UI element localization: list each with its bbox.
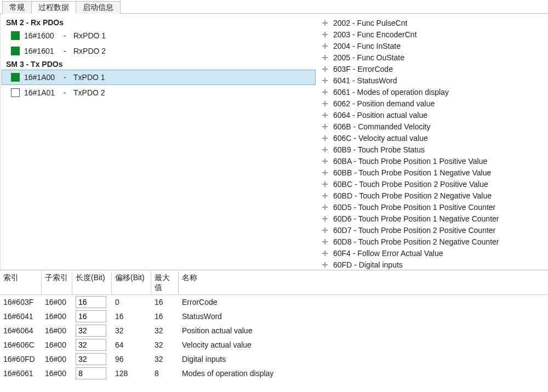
expand-icon[interactable] — [322, 78, 328, 83]
object-row[interactable]: 60D8 - Touch Probe Position 2 Negative C… — [317, 236, 548, 247]
object-label: 2004 - Func InState — [333, 42, 401, 50]
expand-icon[interactable] — [322, 135, 328, 141]
object-label: 60D5 - Touch Probe Position 1 Positive C… — [333, 203, 495, 212]
table-row[interactable]: 16#60FD16#009632Digital inputs — [0, 352, 548, 366]
cell-name: Velocity actual value — [179, 340, 548, 350]
expand-icon[interactable] — [322, 204, 328, 210]
expand-icon[interactable] — [322, 216, 328, 221]
expand-icon[interactable] — [322, 101, 328, 106]
expand-icon[interactable] — [322, 239, 328, 245]
tab-1[interactable]: 过程数据 — [31, 1, 76, 14]
col-header-index[interactable]: 索引 — [0, 271, 42, 294]
col-header-name[interactable]: 名称 — [179, 271, 548, 294]
cell-offset: 32 — [112, 326, 151, 336]
length-input[interactable] — [76, 296, 106, 308]
cell-subindex: 16#00 — [42, 354, 72, 364]
expand-icon[interactable] — [322, 170, 328, 175]
expand-icon[interactable] — [322, 32, 328, 37]
pdo-checkbox-icon[interactable] — [11, 47, 20, 55]
cell-length — [72, 367, 112, 380]
expand-icon[interactable] — [322, 158, 328, 164]
cell-offset: 64 — [112, 340, 151, 350]
object-label: 60D7 - Touch Probe Position 2 Positive C… — [333, 226, 495, 235]
col-header-length[interactable]: 长度(Bit) — [72, 271, 112, 294]
pdo-checkbox-icon[interactable] — [11, 31, 20, 40]
table-row[interactable]: 16#606C16#006432Velocity actual value — [0, 338, 548, 352]
pdo-index: 16#1601 — [24, 47, 64, 55]
length-input[interactable] — [76, 339, 106, 351]
expand-icon[interactable] — [322, 66, 328, 72]
object-row[interactable]: 60BC - Touch Probe Position 2 Positive V… — [317, 178, 548, 190]
object-row[interactable]: 606C - Velocity actual value — [317, 132, 548, 144]
tab-0[interactable]: 常规 — [2, 1, 32, 14]
object-label: 60BD - Touch Probe Position 2 Negative V… — [333, 191, 492, 200]
object-row[interactable]: 60BD - Touch Probe Position 2 Negative V… — [317, 190, 548, 201]
table-row[interactable]: 16#604116#001616StatusWord — [0, 309, 548, 323]
length-input[interactable] — [76, 310, 106, 322]
pdo-name: RxPDO 1 — [73, 31, 106, 40]
pdo-checkbox-icon[interactable] — [11, 88, 20, 97]
length-input[interactable] — [76, 353, 106, 365]
cell-length — [72, 296, 112, 309]
object-label: 60B9 - Touch Probe Status — [333, 145, 425, 154]
pdo-row[interactable]: 16#1601-RxPDO 2 — [1, 43, 317, 59]
object-row[interactable]: 60D7 - Touch Probe Position 2 Positive C… — [317, 224, 548, 236]
object-row[interactable]: 60FD - Digital inputs — [317, 259, 548, 270]
object-row[interactable]: 2005 - Func OuState — [317, 52, 548, 63]
expand-icon[interactable] — [322, 147, 328, 152]
cell-max: 32 — [151, 340, 179, 350]
cell-max: 16 — [151, 297, 179, 307]
expand-icon[interactable] — [322, 181, 328, 187]
expand-icon[interactable] — [322, 193, 328, 198]
object-row[interactable]: 6062 - Position demand value — [317, 98, 548, 109]
object-row[interactable]: 6064 - Position actual value — [317, 109, 548, 121]
cell-max: 8 — [151, 368, 179, 378]
length-input[interactable] — [76, 325, 106, 337]
object-row[interactable]: 2004 - Func InState — [317, 40, 548, 52]
expand-icon[interactable] — [322, 55, 328, 60]
expand-icon[interactable] — [322, 112, 328, 118]
cell-subindex: 16#00 — [42, 340, 72, 350]
table-row[interactable]: 16#606416#003232Position actual value — [0, 323, 548, 338]
object-row[interactable]: 60D6 - Touch Probe Position 1 Negative C… — [317, 213, 548, 224]
separator: - — [64, 31, 73, 40]
pdo-row[interactable]: 16#1600-RxPDO 1 — [1, 28, 317, 43]
expand-icon[interactable] — [322, 124, 328, 129]
expand-icon[interactable] — [322, 262, 328, 268]
expand-icon[interactable] — [322, 20, 328, 26]
col-header-offset[interactable]: 偏移(Bit) — [112, 271, 151, 294]
expand-icon[interactable] — [322, 43, 328, 49]
object-label: 60BB - Touch Probe Position 1 Negative V… — [333, 168, 491, 177]
col-header-max[interactable]: 最大值 — [151, 271, 179, 294]
expand-icon[interactable] — [322, 89, 328, 95]
object-row[interactable]: 60BA - Touch Probe Position 1 Positive V… — [317, 155, 548, 167]
object-row[interactable]: 6041 - StatusWord — [317, 75, 548, 86]
object-row[interactable]: 2003 - Func EncoderCnt — [317, 29, 548, 40]
object-row[interactable]: 60D5 - Touch Probe Position 1 Positive C… — [317, 201, 548, 213]
object-row[interactable]: 6061 - Modes of operation display — [317, 86, 548, 98]
object-row[interactable]: 606B - Commanded Velocity — [317, 121, 548, 132]
object-row[interactable]: 60F4 - Follow Error Actual Value — [317, 247, 548, 259]
pdo-checkbox-icon[interactable] — [11, 73, 20, 82]
object-row[interactable]: 2002 - Func PulseCnt — [317, 17, 548, 29]
cell-subindex: 16#00 — [42, 311, 72, 321]
col-header-subindex[interactable]: 子索引 — [42, 271, 72, 294]
cell-subindex: 16#00 — [42, 368, 72, 378]
pdo-row[interactable]: 16#1A00-TxPDO 1 — [2, 70, 316, 85]
table-row[interactable]: 16#603F16#00016ErrorCode — [0, 295, 548, 309]
cell-name: ErrorCode — [179, 297, 548, 307]
cell-max: 16 — [151, 311, 179, 321]
object-row[interactable]: 603F - ErrorCode — [317, 63, 548, 75]
cell-offset: 16 — [112, 311, 151, 321]
expand-icon[interactable] — [322, 251, 328, 256]
pdo-index: 16#1A01 — [24, 88, 64, 97]
cell-length — [72, 324, 112, 337]
object-row[interactable]: 60B9 - Touch Probe Status — [317, 144, 548, 155]
expand-icon[interactable] — [322, 228, 328, 233]
tab-2[interactable]: 启动信息 — [76, 1, 121, 14]
length-input[interactable] — [76, 367, 106, 379]
pdo-row[interactable]: 16#1A01-TxPDO 2 — [1, 85, 317, 100]
cell-subindex: 16#00 — [42, 297, 72, 307]
table-row[interactable]: 16#606116#001288Modes of operation displ… — [0, 366, 548, 380]
object-row[interactable]: 60BB - Touch Probe Position 1 Negative V… — [317, 167, 548, 178]
